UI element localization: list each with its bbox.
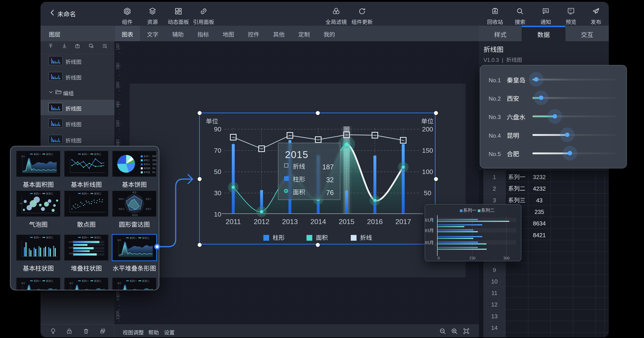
svg-text:0: 0	[438, 255, 440, 261]
svg-text:150: 150	[469, 255, 476, 261]
svg-text:03月: 03月	[425, 227, 434, 233]
svg-text:300: 300	[503, 255, 510, 261]
svg-text:系列一: 系列一	[463, 207, 476, 213]
svg-text:05月: 05月	[425, 239, 434, 246]
svg-text:01月: 01月	[425, 217, 434, 223]
svg-text:系列二: 系列二	[481, 207, 494, 213]
